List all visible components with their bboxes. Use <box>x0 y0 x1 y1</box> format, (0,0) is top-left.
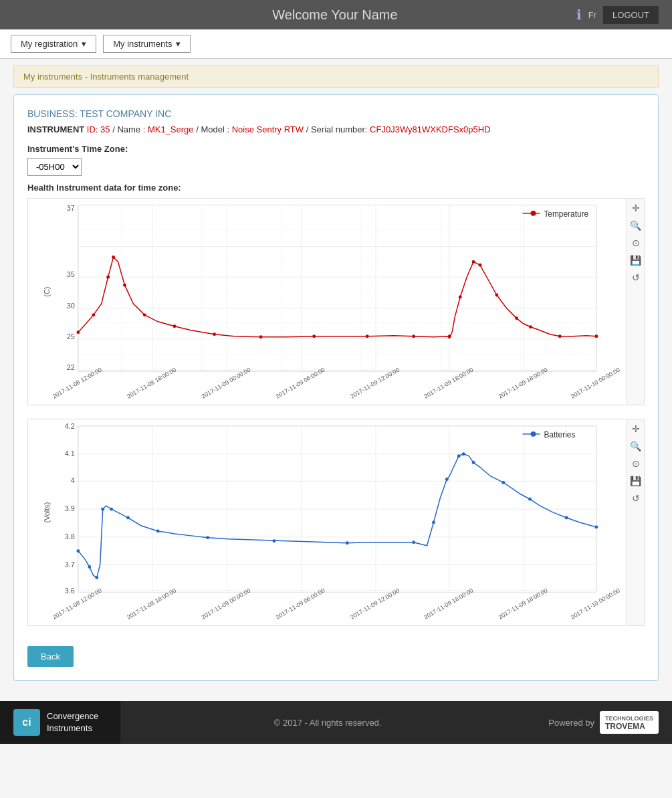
svg-text:4.2: 4.2 <box>65 422 75 430</box>
svg-point-25 <box>123 284 126 287</box>
svg-text:Temperature: Temperature <box>544 209 588 219</box>
my-instruments-button[interactable]: My instruments ▾ <box>103 35 191 53</box>
svg-point-38 <box>515 316 518 320</box>
svg-point-77 <box>76 549 80 553</box>
svg-text:3.6: 3.6 <box>65 587 75 595</box>
svg-point-91 <box>462 452 465 456</box>
svg-point-29 <box>259 335 263 338</box>
svg-text:3.8: 3.8 <box>65 532 75 540</box>
svg-point-86 <box>346 541 349 544</box>
temperature-chart-wrapper: 22 25 30 35 37 <box>27 198 645 405</box>
svg-text:2017-11-08 12:00:00: 2017-11-08 12:00:00 <box>51 367 103 400</box>
svg-point-27 <box>173 324 177 328</box>
svg-point-82 <box>126 516 130 520</box>
lang-toggle[interactable]: Fr <box>588 10 596 20</box>
svg-text:30: 30 <box>67 302 75 310</box>
svg-point-93 <box>501 481 505 484</box>
trovema-logo: TECHNOLOGIES TROVEMA <box>600 711 659 734</box>
footer-logo: ci ConvergenceInstruments <box>0 701 120 744</box>
svg-point-39 <box>529 325 532 328</box>
footer-powered-by: Powered by TECHNOLOGIES TROVEMA <box>535 702 672 743</box>
svg-point-23 <box>106 276 110 279</box>
svg-text:3.9: 3.9 <box>65 504 75 512</box>
svg-text:25: 25 <box>67 332 75 340</box>
chevron-down-icon: ▾ <box>176 39 181 49</box>
svg-point-90 <box>457 454 461 458</box>
svg-point-33 <box>448 334 451 338</box>
instrument-info: INSTRUMENT ID: 35 / Name : MK1_Serge / M… <box>27 124 645 134</box>
svg-point-79 <box>95 576 98 579</box>
svg-point-34 <box>459 296 462 299</box>
temperature-chart-svg: 22 25 30 35 37 <box>28 199 627 405</box>
svg-point-24 <box>112 256 115 259</box>
info-icon[interactable]: ℹ <box>576 7 582 23</box>
battery-chart-tools: ✛ 🔍 ⊙ 💾 ↺ <box>627 419 645 626</box>
svg-point-26 <box>143 313 146 316</box>
header-title: Welcome Your Name <box>94 7 576 23</box>
chevron-down-icon: ▾ <box>82 39 86 49</box>
header-right: ℹ Fr LOGOUT <box>576 6 659 24</box>
battery-chart-svg: 3.6 3.7 3.8 3.9 4 4.1 4.2 (Volts) <box>28 419 627 625</box>
svg-text:37: 37 <box>67 204 75 212</box>
svg-rect-1 <box>78 205 596 371</box>
breadcrumb: My instruments - Instruments management <box>13 66 659 88</box>
timezone-label: Instrument's Time Zone: <box>27 144 645 154</box>
svg-point-32 <box>412 334 415 338</box>
svg-point-88 <box>432 521 435 524</box>
svg-point-92 <box>472 461 475 464</box>
svg-point-80 <box>101 508 104 511</box>
svg-point-85 <box>273 539 276 542</box>
svg-point-87 <box>412 540 415 544</box>
svg-point-96 <box>594 525 598 528</box>
business-title: BUSINESS: TEST COMPANY INC <box>27 108 645 119</box>
timezone-select[interactable]: -05H00 <box>27 158 82 176</box>
health-label: Health Instrument data for time zone: <box>27 183 645 193</box>
svg-text:Batteries: Batteries <box>544 430 575 439</box>
svg-text:35: 35 <box>67 270 75 278</box>
svg-point-81 <box>110 508 113 511</box>
zoom-tool-button[interactable]: 🔍 <box>629 219 643 232</box>
refresh-tool-button[interactable]: ↺ <box>631 271 641 284</box>
nav-bar: My registration ▾ My instruments ▾ <box>0 29 672 59</box>
temperature-chart-area: 22 25 30 35 37 <box>27 198 627 405</box>
svg-text:22: 22 <box>67 363 75 371</box>
battery-chart-wrapper: 3.6 3.7 3.8 3.9 4 4.1 4.2 (Volts) <box>27 419 645 626</box>
my-registration-button[interactable]: My registration ▾ <box>11 35 96 53</box>
svg-point-89 <box>445 478 449 481</box>
save-tool-button-2[interactable]: 💾 <box>629 474 643 488</box>
temperature-chart-tools: ✛ 🔍 ⊙ 💾 ↺ <box>627 198 645 405</box>
main-card: BUSINESS: TEST COMPANY INC INSTRUMENT ID… <box>13 94 659 681</box>
back-button[interactable]: Back <box>27 646 74 667</box>
footer-logo-text: ConvergenceInstruments <box>47 710 98 734</box>
footer-copyright: © 2017 - All rights reserved. <box>120 708 535 737</box>
timezone-select-wrapper: -05H00 <box>27 158 645 176</box>
circle-tool-button[interactable]: ⊙ <box>631 236 641 250</box>
svg-point-94 <box>528 498 532 501</box>
logo-icon: ci <box>13 709 40 736</box>
svg-text:2017-11-08 12:00:00: 2017-11-08 12:00:00 <box>51 587 103 621</box>
svg-point-36 <box>479 264 482 267</box>
refresh-tool-button-2[interactable]: ↺ <box>631 492 641 505</box>
svg-point-28 <box>213 332 216 336</box>
svg-point-35 <box>472 260 475 264</box>
svg-point-41 <box>594 334 598 338</box>
header: Welcome Your Name ℹ Fr LOGOUT <box>0 0 672 29</box>
circle-tool-button-2[interactable]: ⊙ <box>631 457 641 470</box>
svg-point-22 <box>92 313 95 316</box>
move-tool-button[interactable]: ✛ <box>631 201 641 215</box>
logout-button[interactable]: LOGOUT <box>603 6 659 24</box>
zoom-tool-button-2[interactable]: 🔍 <box>629 439 643 453</box>
svg-point-84 <box>206 536 209 539</box>
battery-chart-area: 3.6 3.7 3.8 3.9 4 4.1 4.2 (Volts) <box>27 419 627 626</box>
svg-text:4.1: 4.1 <box>65 450 75 458</box>
footer: ci ConvergenceInstruments © 2017 - All r… <box>0 701 672 744</box>
svg-point-83 <box>156 529 160 532</box>
svg-text:4: 4 <box>71 476 75 484</box>
svg-text:(Volts): (Volts) <box>43 502 51 523</box>
save-tool-button[interactable]: 💾 <box>629 254 643 267</box>
svg-point-31 <box>366 334 369 338</box>
svg-point-30 <box>312 334 316 338</box>
move-tool-button-2[interactable]: ✛ <box>631 422 641 435</box>
svg-point-78 <box>88 565 91 569</box>
svg-point-95 <box>565 516 568 520</box>
